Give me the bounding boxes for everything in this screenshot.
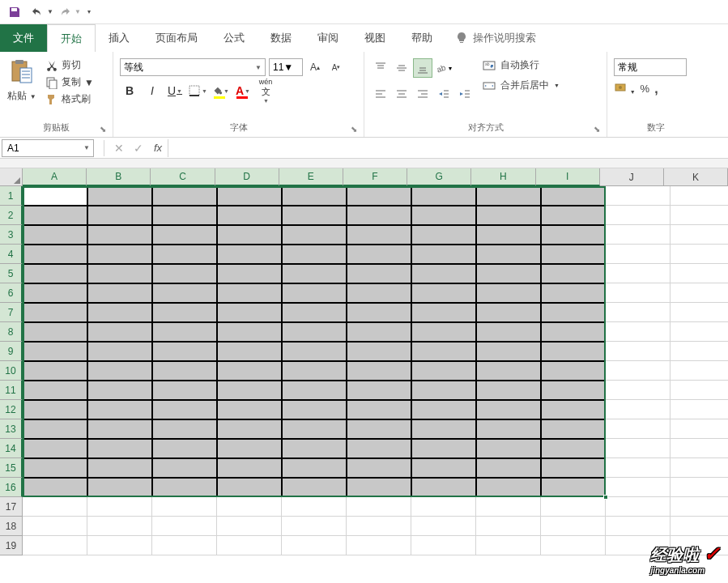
fill-handle[interactable]: [603, 495, 608, 500]
cell-C3[interactable]: [152, 225, 217, 245]
cell-B16[interactable]: [87, 478, 152, 497]
cell-G1[interactable]: [411, 186, 476, 206]
dialog-launcher-font[interactable]: ⬊: [351, 125, 357, 134]
column-header-B[interactable]: B: [87, 168, 151, 186]
cell-J7[interactable]: [606, 303, 671, 322]
cell-E16[interactable]: [282, 478, 347, 497]
tab-insert[interactable]: 插入: [96, 24, 143, 52]
tab-home[interactable]: 开始: [47, 24, 96, 52]
cell-I9[interactable]: [541, 342, 606, 361]
tab-help[interactable]: 帮助: [398, 24, 445, 52]
column-header-K[interactable]: K: [664, 168, 728, 186]
cell-E13[interactable]: [282, 419, 347, 439]
cell-C9[interactable]: [152, 342, 217, 361]
cell-J3[interactable]: [606, 225, 671, 245]
cell-D11[interactable]: [217, 381, 282, 400]
cell-B8[interactable]: [87, 322, 152, 342]
cell-G11[interactable]: [411, 381, 476, 400]
percent-button[interactable]: %: [641, 83, 650, 95]
cell-A5[interactable]: [23, 264, 87, 283]
cell-A13[interactable]: [23, 419, 87, 439]
cell-G9[interactable]: [411, 342, 476, 361]
cell-E11[interactable]: [282, 381, 347, 400]
cell-K17[interactable]: [671, 497, 728, 517]
cell-I17[interactable]: [541, 497, 606, 517]
cell-K2[interactable]: [671, 206, 728, 225]
cell-J15[interactable]: [606, 458, 671, 478]
column-header-C[interactable]: C: [151, 168, 215, 186]
row-header-3[interactable]: 3: [0, 225, 23, 245]
column-header-I[interactable]: I: [536, 168, 600, 186]
phonetic-button[interactable]: wén文▼: [256, 81, 275, 100]
cell-J1[interactable]: [606, 186, 671, 206]
cell-C10[interactable]: [152, 361, 217, 381]
cell-E2[interactable]: [282, 206, 347, 225]
row-header-2[interactable]: 2: [0, 206, 23, 225]
cell-G7[interactable]: [411, 303, 476, 322]
cell-E14[interactable]: [282, 439, 347, 458]
redo-dropdown[interactable]: ▼: [75, 8, 81, 15]
cell-E9[interactable]: [282, 342, 347, 361]
italic-button[interactable]: I: [143, 81, 162, 100]
cell-A6[interactable]: [23, 283, 87, 303]
cell-B11[interactable]: [87, 381, 152, 400]
cell-F19[interactable]: [347, 536, 411, 555]
row-header-12[interactable]: 12: [0, 400, 23, 419]
comma-button[interactable]: ,: [654, 82, 658, 96]
cell-F10[interactable]: [347, 361, 411, 381]
cell-A14[interactable]: [23, 439, 87, 458]
cut-button[interactable]: 剪切: [45, 58, 94, 72]
cell-G14[interactable]: [411, 439, 476, 458]
cell-H10[interactable]: [476, 361, 541, 381]
cell-I18[interactable]: [541, 517, 606, 536]
cell-H16[interactable]: [476, 478, 541, 497]
cell-K10[interactable]: [671, 361, 728, 381]
cell-B1[interactable]: [87, 186, 152, 206]
cell-D6[interactable]: [217, 283, 282, 303]
row-header-19[interactable]: 19: [0, 536, 23, 555]
cell-F7[interactable]: [347, 303, 411, 322]
cell-F16[interactable]: [347, 478, 411, 497]
cell-G3[interactable]: [411, 225, 476, 245]
cell-K15[interactable]: [671, 458, 728, 478]
row-header-18[interactable]: 18: [0, 517, 23, 536]
cell-H17[interactable]: [476, 497, 541, 517]
cell-E15[interactable]: [282, 458, 347, 478]
redo-button[interactable]: [55, 2, 75, 22]
underline-button[interactable]: U▼: [165, 81, 185, 100]
cell-A18[interactable]: [23, 517, 87, 536]
cell-I11[interactable]: [541, 381, 606, 400]
cell-I1[interactable]: [541, 186, 606, 206]
cell-G12[interactable]: [411, 400, 476, 419]
increase-font-button[interactable]: A▴: [306, 58, 324, 76]
cell-A19[interactable]: [23, 536, 87, 555]
cell-C8[interactable]: [152, 322, 217, 342]
cell-G19[interactable]: [411, 536, 476, 555]
cell-H8[interactable]: [476, 322, 541, 342]
cell-F2[interactable]: [347, 206, 411, 225]
cell-J13[interactable]: [606, 419, 671, 439]
row-header-10[interactable]: 10: [0, 361, 23, 381]
cell-E4[interactable]: [282, 245, 347, 264]
cell-I12[interactable]: [541, 400, 606, 419]
cell-E10[interactable]: [282, 361, 347, 381]
row-header-5[interactable]: 5: [0, 264, 23, 283]
cell-J4[interactable]: [606, 245, 671, 264]
cell-H19[interactable]: [476, 536, 541, 555]
column-header-F[interactable]: F: [343, 168, 407, 186]
row-header-7[interactable]: 7: [0, 303, 23, 322]
cell-D8[interactable]: [217, 322, 282, 342]
cell-A3[interactable]: [23, 225, 87, 245]
cell-I7[interactable]: [541, 303, 606, 322]
cell-D18[interactable]: [217, 517, 282, 536]
cell-H1[interactable]: [476, 186, 541, 206]
wrap-text-button[interactable]: ab 自动换行: [483, 58, 560, 72]
cell-H13[interactable]: [476, 419, 541, 439]
cell-C7[interactable]: [152, 303, 217, 322]
cell-G13[interactable]: [411, 419, 476, 439]
cell-K5[interactable]: [671, 264, 728, 283]
align-bottom-button[interactable]: [413, 58, 432, 78]
enter-formula-button[interactable]: ✓: [129, 139, 148, 157]
cell-E6[interactable]: [282, 283, 347, 303]
cell-B4[interactable]: [87, 245, 152, 264]
